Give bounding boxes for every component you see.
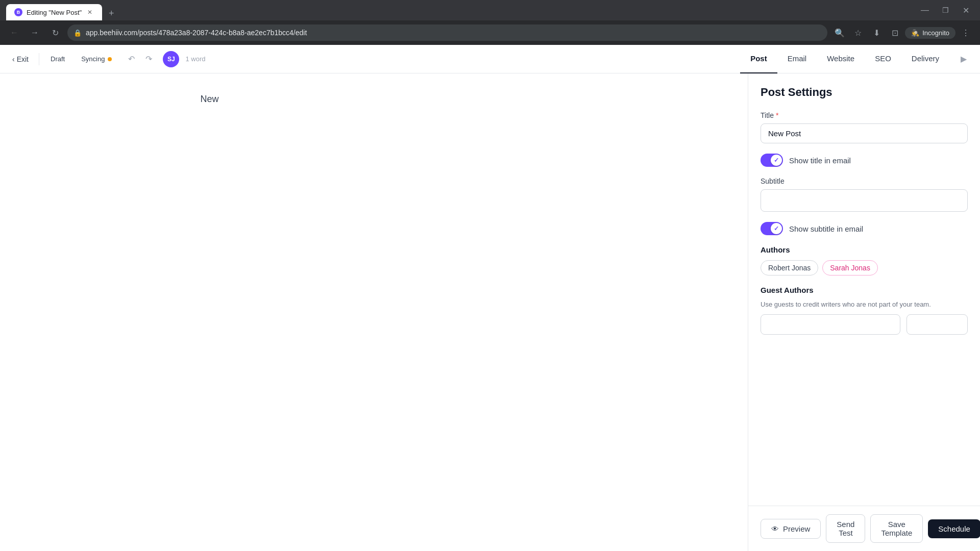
lock-icon: 🔒 bbox=[74, 29, 82, 37]
restore-button[interactable]: ❐ bbox=[937, 2, 953, 18]
draft-status[interactable]: Draft bbox=[45, 53, 70, 65]
save-template-label: Save Template bbox=[881, 520, 912, 537]
editor-content[interactable]: New bbox=[201, 94, 548, 105]
guest-authors-section: Guest Authors Use guests to credit write… bbox=[761, 286, 968, 335]
new-tab-button[interactable]: + bbox=[104, 6, 118, 20]
guest-author-input-1[interactable] bbox=[761, 314, 900, 335]
browser-tab[interactable]: B Editing "New Post" ✕ bbox=[6, 4, 102, 20]
tab-close-button[interactable]: ✕ bbox=[86, 8, 94, 16]
settings-footer: 👁 Preview Send Test Save Template Schedu… bbox=[748, 506, 980, 551]
subtitle-toggle-knob bbox=[771, 223, 782, 234]
tab-post[interactable]: Post bbox=[740, 45, 777, 73]
forward-button[interactable]: → bbox=[27, 24, 43, 41]
address-bar[interactable]: 🔒 app.beehiiv.com/posts/478a23a8-2087-42… bbox=[67, 24, 827, 41]
guest-authors-description: Use guests to credit writers who are not… bbox=[761, 300, 968, 308]
tab-seo[interactable]: SEO bbox=[865, 45, 901, 73]
incognito-label: Incognito bbox=[922, 29, 949, 37]
exit-label: Exit bbox=[17, 55, 29, 63]
preview-label: Preview bbox=[783, 524, 810, 533]
editor-area[interactable]: New bbox=[0, 73, 748, 551]
title-label: Title * bbox=[761, 111, 968, 119]
schedule-button[interactable]: Schedule bbox=[928, 519, 980, 538]
preview-button[interactable]: 👁 Preview bbox=[761, 519, 821, 539]
tab-website[interactable]: Website bbox=[817, 45, 865, 73]
back-button[interactable]: ← bbox=[6, 24, 22, 41]
back-arrow-icon: ‹ bbox=[12, 55, 15, 63]
authors-label: Authors bbox=[761, 245, 968, 254]
user-avatar[interactable]: SJ bbox=[163, 51, 179, 67]
redo-button[interactable]: ↷ bbox=[140, 51, 157, 67]
title-form-group: Title * bbox=[761, 111, 968, 143]
schedule-label: Schedule bbox=[938, 524, 970, 533]
menu-button[interactable]: ⋮ bbox=[958, 24, 974, 41]
tab-title: Editing "New Post" bbox=[27, 9, 82, 16]
minimize-button[interactable]: — bbox=[917, 2, 933, 18]
settings-panel: Post Settings Title * S bbox=[748, 73, 980, 551]
preview-icon: 👁 bbox=[771, 524, 779, 533]
subtitle-label: Subtitle bbox=[761, 177, 968, 185]
send-test-label: Send Test bbox=[837, 520, 854, 537]
guest-author-input-2[interactable] bbox=[906, 314, 968, 335]
author-tag-robert[interactable]: Robert Jonas bbox=[761, 260, 818, 276]
avatar-initials: SJ bbox=[167, 56, 175, 63]
subtitle-input[interactable] bbox=[761, 189, 968, 212]
word-count: 1 word bbox=[185, 55, 205, 63]
collapse-panel-button[interactable]: ▶ bbox=[955, 51, 972, 67]
show-subtitle-toggle-row: Show subtitle in email bbox=[761, 222, 968, 235]
lens-button[interactable]: 🔍 bbox=[831, 24, 848, 41]
tab-email[interactable]: Email bbox=[777, 45, 817, 73]
split-screen-button[interactable]: ⊡ bbox=[887, 24, 903, 41]
required-marker: * bbox=[776, 111, 778, 119]
toggle-knob bbox=[771, 155, 782, 166]
exit-button[interactable]: ‹ Exit bbox=[8, 52, 33, 66]
subtitle-form-group: Subtitle bbox=[761, 177, 968, 212]
close-window-button[interactable]: ✕ bbox=[958, 2, 974, 18]
incognito-button[interactable]: 🕵 Incognito bbox=[905, 27, 955, 39]
authors-section: Authors Robert Jonas Sarah Jonas bbox=[761, 245, 968, 276]
syncing-dot bbox=[108, 57, 112, 61]
settings-title: Post Settings bbox=[761, 86, 968, 99]
show-subtitle-label: Show subtitle in email bbox=[789, 224, 863, 233]
reload-button[interactable]: ↻ bbox=[47, 24, 63, 41]
show-title-toggle-row: Show title in email bbox=[761, 154, 968, 167]
main-tab-navigation: Post Email Website SEO Delivery bbox=[740, 45, 949, 73]
show-subtitle-toggle[interactable] bbox=[761, 222, 783, 235]
show-title-label: Show title in email bbox=[789, 156, 851, 165]
tab-favicon: B bbox=[14, 8, 22, 16]
tab-delivery[interactable]: Delivery bbox=[901, 45, 949, 73]
show-title-toggle[interactable] bbox=[761, 154, 783, 167]
syncing-label: Syncing bbox=[81, 55, 105, 63]
draft-label: Draft bbox=[51, 55, 65, 63]
syncing-status: Syncing bbox=[76, 53, 117, 65]
guest-authors-label: Guest Authors bbox=[761, 286, 968, 294]
address-text: app.beehiiv.com/posts/478a23a8-2087-424c… bbox=[86, 29, 307, 37]
title-input[interactable] bbox=[761, 123, 968, 143]
send-test-button[interactable]: Send Test bbox=[826, 514, 865, 543]
download-button[interactable]: ⬇ bbox=[868, 24, 885, 41]
bookmark-button[interactable]: ☆ bbox=[850, 24, 866, 41]
authors-list: Robert Jonas Sarah Jonas bbox=[761, 260, 968, 276]
save-template-button[interactable]: Save Template bbox=[870, 514, 923, 543]
toolbar-divider bbox=[39, 53, 39, 65]
author-tag-sarah[interactable]: Sarah Jonas bbox=[822, 260, 878, 276]
incognito-icon: 🕵 bbox=[911, 29, 919, 37]
undo-button[interactable]: ↶ bbox=[123, 51, 139, 67]
